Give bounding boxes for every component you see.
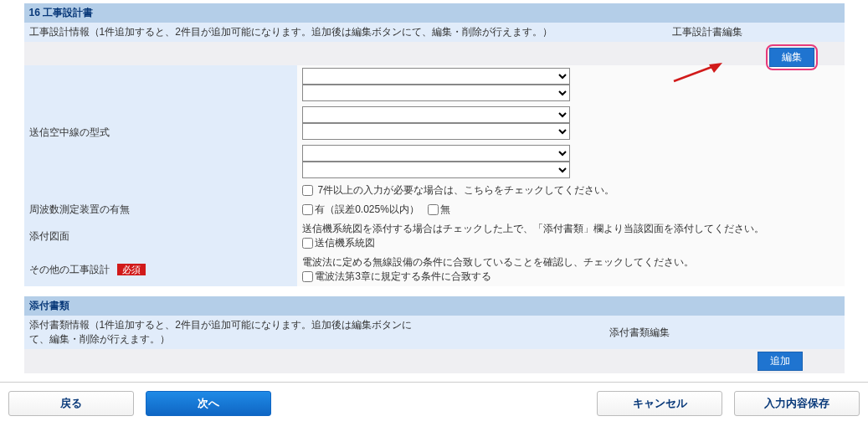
other-cb[interactable] — [302, 271, 313, 282]
freq-cb-1[interactable] — [302, 204, 313, 215]
cancel-button[interactable]: キャンセル — [597, 391, 722, 416]
page-top-link-wrap: ▲ このページのトップへ — [0, 424, 868, 442]
add-button[interactable]: 追加 — [758, 352, 803, 371]
attach-cb[interactable] — [302, 238, 313, 249]
other-cb-row[interactable]: 電波法第3章に規定する条件に合致する — [302, 270, 491, 282]
tx-antenna-select-2[interactable] — [302, 85, 570, 101]
label-other-text: その他の工事設計 — [29, 264, 110, 275]
section-16-title: 16 工事設計書 — [24, 3, 845, 23]
save-button[interactable]: 入力内容保存 — [734, 391, 860, 416]
tx-antenna-select-3[interactable] — [302, 106, 570, 123]
section-attachments-table: 添付書類 添付書類情報（1件追加すると、2件目が追加可能になります。追加後は編集… — [24, 296, 845, 373]
next-button[interactable]: 次へ — [146, 391, 271, 416]
edit-button[interactable]: 編集 — [769, 48, 814, 67]
other-note: 電波法に定める無線設備の条件に合致していることを確認し、チェックしてください。 — [302, 255, 839, 270]
section-attach-title: 添付書類 — [24, 296, 845, 316]
attach-note: 送信機系統図を添付する場合はチェックした上で、「添付書類」欄より当該図面を添付し… — [302, 222, 839, 236]
more-than-7-checkbox[interactable] — [302, 185, 313, 196]
attach-cb-row[interactable]: 送信機系統図 — [302, 237, 375, 249]
label-tx-antenna: 送信空中線の型式 — [24, 65, 298, 200]
label-other: その他の工事設計 必須 — [24, 253, 298, 286]
tx-antenna-select-1[interactable] — [302, 68, 570, 85]
more-than-7-label-text: 7件以上の入力が必要な場合は、こちらをチェックしてください。 — [318, 184, 615, 196]
section-16-info: 工事設計情報（1件追加すると、2件目が追加可能になります。追加後は編集ボタンにて… — [24, 23, 571, 42]
freq-cb-2[interactable] — [428, 204, 439, 215]
footer-bar: 戻る 次へ キャンセル 入力内容保存 — [0, 382, 868, 424]
back-button[interactable]: 戻る — [8, 391, 134, 416]
more-than-7-row[interactable]: 7件以上の入力が必要な場合は、こちらをチェックしてください。 — [302, 184, 614, 196]
tx-antenna-select-6[interactable] — [302, 162, 570, 178]
required-badge: 必須 — [117, 264, 146, 275]
section-16-table: 16 工事設計書 工事設計情報（1件追加すると、2件目が追加可能になります。追加… — [24, 3, 845, 286]
freq-opt1[interactable]: 有（誤差0.025%以内） — [302, 203, 419, 215]
label-freq: 周波数測定装置の有無 — [24, 200, 298, 219]
edit-header-cell: 工事設計書編集 — [571, 23, 845, 42]
tx-antenna-select-5[interactable] — [302, 145, 570, 162]
freq-opt2[interactable]: 無 — [428, 203, 450, 215]
attach-edit-header: 添付書類編集 — [434, 316, 845, 349]
tx-antenna-select-4[interactable] — [302, 123, 570, 140]
edit-button-highlight: 編集 — [766, 44, 818, 70]
section-attach-info: 添付書類情報（1件追加すると、2件目が追加可能になります。追加後は編集ボタンにて… — [24, 316, 434, 349]
label-attach: 添付図面 — [24, 219, 298, 253]
